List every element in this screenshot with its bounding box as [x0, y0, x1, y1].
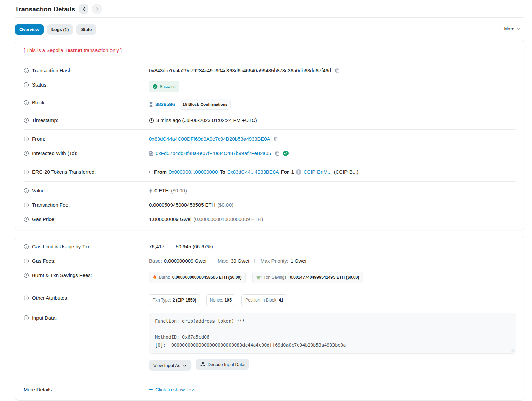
show-less-link[interactable]: Click to show less	[149, 386, 195, 394]
transaction-fee-eth: 0.000050945000458505 ETH	[149, 201, 215, 209]
clock-icon	[149, 118, 154, 123]
burnt-label: Burnt:	[159, 274, 170, 281]
position-value: 41	[279, 296, 283, 304]
decode-input-data-button[interactable]: Decode Input Data	[196, 359, 249, 370]
svg-text:?: ?	[25, 137, 27, 141]
view-input-as-button[interactable]: View Input As	[149, 360, 191, 371]
input-data-row: ? Input Data: Function: drip(address tok…	[24, 309, 516, 374]
help-icon[interactable]: ?	[24, 258, 29, 264]
input-data-textarea[interactable]: Function: drip(address token) *** Method…	[149, 313, 516, 354]
divider	[24, 289, 516, 289]
help-icon[interactable]: ?	[24, 151, 29, 156]
help-icon[interactable]: ?	[24, 169, 29, 175]
timestamp-value: 3 mins ago (Jul-06-2023 01:02:24 PM +UTC…	[156, 117, 257, 124]
input-data-label: ? Input Data:	[24, 314, 149, 322]
help-icon[interactable]: ?	[24, 273, 29, 278]
caret-right-icon	[149, 171, 151, 173]
help-icon[interactable]: ?	[24, 188, 29, 194]
interacted-with-label: ? Interacted With (To):	[24, 150, 149, 157]
status-row: ? Status: Success	[24, 78, 516, 95]
transaction-fee-usd: ($0.00)	[217, 201, 233, 209]
decode-icon	[200, 362, 205, 367]
page-header: Transaction Details	[0, 0, 532, 17]
gas-used-value: 50,945 (66.67%)	[176, 243, 213, 250]
svg-text:?: ?	[25, 152, 27, 155]
svg-text:?: ?	[25, 83, 27, 87]
divider	[24, 129, 516, 130]
max-fee-label: Max:	[218, 257, 228, 265]
value-label: ? Value:	[24, 187, 149, 195]
chevron-left-icon	[82, 7, 86, 12]
gas-fees-label: ? Gas Fees:	[24, 257, 149, 265]
svg-text:?: ?	[25, 218, 27, 221]
divider	[24, 61, 516, 61]
svg-text:?: ?	[25, 296, 27, 300]
tab-logs[interactable]: Logs (1)	[47, 24, 73, 35]
svg-text:?: ?	[25, 316, 27, 320]
transaction-fee-row: ? Transaction Fee: 0.000050945000458505 …	[24, 198, 516, 212]
details-card: ? Gas Limit & Usage by Txn: 76,417 50,94…	[15, 236, 524, 401]
help-icon[interactable]: ?	[24, 202, 29, 208]
burnt-savings-row: ? Burnt & Txn Savings Fees: Burnt: 0.000…	[24, 268, 516, 287]
other-attributes-label: ? Other Attributes:	[24, 294, 149, 302]
svg-text:?: ?	[25, 245, 27, 248]
value-eth: 0 ETH	[154, 187, 169, 195]
fire-icon	[153, 275, 157, 280]
eth-icon	[149, 188, 152, 194]
to-address-link[interactable]: 0xFd57b4ddBf88a4e07fF4e34C487b99af2Fe82a…	[156, 150, 271, 157]
nonce-label: Nonce:	[210, 296, 223, 304]
value-usd: ($0.00)	[171, 187, 187, 195]
from-address-link[interactable]: 0x83dC44a4C00DFf69d0A0c7c94B20b53a4933BE…	[149, 135, 270, 143]
help-icon[interactable]: ?	[24, 136, 29, 142]
previous-transaction-button[interactable]	[79, 4, 88, 14]
help-icon[interactable]: ?	[24, 100, 29, 105]
token-symbol: (CCIP-B...)	[334, 168, 358, 176]
token-icon	[296, 169, 301, 175]
max-priority-value: 1 Gwei	[291, 257, 306, 265]
position-in-block-badge: Position In Block: 41	[241, 294, 287, 306]
resize-handle[interactable]	[511, 346, 514, 354]
block-label: ? Block:	[24, 99, 149, 106]
tab-state[interactable]: State	[76, 24, 96, 35]
tab-overview[interactable]: Overview	[15, 24, 44, 35]
timestamp-label: ? Timestamp:	[24, 117, 149, 124]
interacted-with-row: ? Interacted With (To): 0xFd57b4ddBf88a4…	[24, 146, 516, 160]
help-icon[interactable]: ?	[24, 217, 29, 222]
copy-hash-button[interactable]	[335, 68, 340, 73]
chevron-down-icon	[516, 27, 520, 31]
money-wings-icon	[256, 275, 262, 280]
help-icon[interactable]: ?	[24, 315, 29, 321]
token-name-link[interactable]: CCIP-BnM...	[304, 168, 332, 176]
chevron-right-icon	[95, 7, 100, 12]
block-number-link[interactable]: 3836596	[155, 101, 175, 108]
transaction-hash-value: 0x843dc70a4a29d79234c49a904c363d6c46640a…	[149, 67, 331, 74]
help-icon[interactable]: ?	[24, 295, 29, 301]
txn-type-value: 2 (EIP-1559)	[173, 296, 196, 304]
help-icon[interactable]: ?	[24, 244, 29, 249]
position-label: Position In Block:	[245, 296, 277, 304]
burnt-fee-badge: Burnt: 0.000000000000458505 ETH ($0.00)	[149, 272, 246, 283]
notice-prefix: [ This is a Sepolia	[24, 48, 65, 53]
testnet-notice: [ This is a Sepolia Testnet transaction …	[24, 40, 516, 59]
txn-type-badge: Txn Type: 2 (EIP-1559)	[149, 294, 200, 306]
next-transaction-button[interactable]	[92, 4, 102, 14]
gas-limit-row: ? Gas Limit & Usage by Txn: 76,417 50,94…	[24, 240, 516, 254]
txn-type-label: Txn Type:	[153, 296, 171, 304]
svg-text:?: ?	[25, 203, 27, 207]
help-icon[interactable]: ?	[24, 68, 29, 73]
divider	[24, 163, 516, 163]
transfer-to-address-link[interactable]: 0x83dC44...4933BE0A	[227, 168, 279, 176]
transfer-from-address-link[interactable]: 0x000000...00000000	[169, 168, 218, 176]
nonce-value: 105	[224, 296, 232, 304]
help-icon[interactable]: ?	[24, 82, 29, 88]
max-fee-value: 30 Gwei	[231, 257, 249, 265]
chevron-down-icon	[183, 364, 187, 367]
gas-price-eth: (0.000000001000000009 ETH)	[193, 216, 263, 223]
erc20-transfers-label: ? ERC-20 Tokens Transferred:	[24, 168, 149, 176]
more-dropdown-button[interactable]: More	[500, 24, 524, 34]
copy-from-address-button[interactable]	[274, 137, 279, 142]
svg-text:?: ?	[25, 119, 27, 122]
copy-to-address-button[interactable]	[275, 151, 280, 156]
help-icon[interactable]: ?	[24, 118, 29, 123]
txn-savings-value: 0.001477404999541495 ETH ($0.00)	[290, 274, 359, 281]
